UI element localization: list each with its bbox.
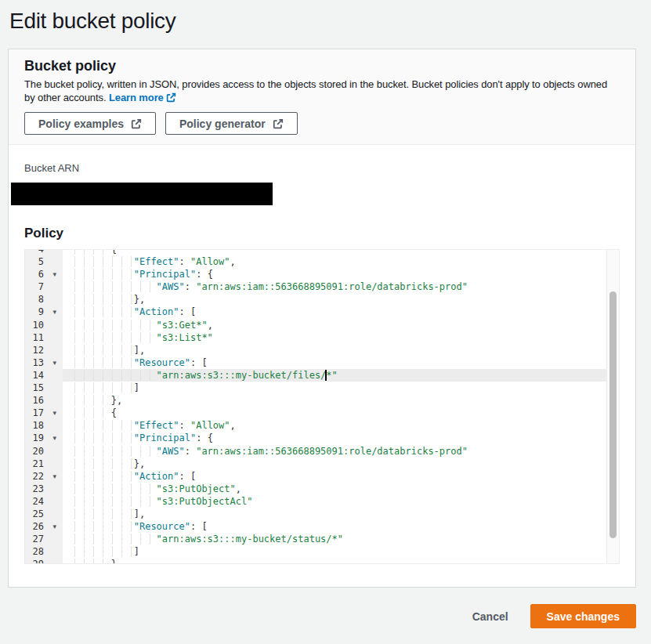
code-line-text: ] [63,545,619,558]
code-line-text: "s3:PutObjectAcl" [63,495,619,508]
line-number[interactable]: 17▾ [25,407,63,419]
editor-line[interactable]: 22▾ "Action": [ [25,470,619,483]
code-line-text: "Principal": { [63,432,619,444]
code-line-text: ], [63,508,619,520]
editor-line[interactable]: 13▾ "Resource": [ [25,356,619,369]
editor-line[interactable]: 20 "AWS": "arn:aws:iam::563668895091:rol… [25,445,619,458]
policy-code-editor[interactable]: 4 {5 "Effect": "Allow",6▾ "Principal": {… [24,249,620,564]
editor-line[interactable]: 11 "s3:List*" [25,331,619,344]
line-number[interactable]: 13▾ [25,356,63,369]
external-link-icon [166,92,176,103]
editor-line[interactable]: 8 }, [25,293,619,306]
code-line-text: "Effect": "Allow", [63,255,619,268]
code-line-text: "AWS": "arn:aws:iam::563668895091:role/d… [63,445,619,458]
panel-header: Bucket policy The bucket policy, written… [9,49,635,145]
code-line-text: "Resource": [ [63,520,619,533]
editor-line[interactable]: 23 "s3:PutObject", [25,483,619,495]
line-number[interactable]: 25 [25,508,63,520]
line-number[interactable]: 14 [25,369,63,382]
line-number[interactable]: 10 [25,319,63,331]
save-changes-button[interactable]: Save changes [530,604,636,628]
editor-line[interactable]: 6▾ "Principal": { [25,268,619,280]
editor-line[interactable]: 9▾ "Action": [ [25,306,619,318]
cancel-button[interactable]: Cancel [471,606,510,628]
line-number[interactable]: 9▾ [25,306,63,318]
code-line-text: "Resource": [ [63,356,619,369]
line-number[interactable]: 21 [25,458,63,470]
editor-line[interactable]: 4 { [25,249,619,255]
fold-arrow-icon[interactable]: ▾ [52,306,56,318]
form-actions: Cancel Save changes [0,604,636,628]
code-line-text: "Action": [ [63,306,619,318]
editor-line[interactable]: 14 "arn:aws:s3:::my-bucket/files/*" [25,369,619,382]
line-number[interactable]: 24 [25,495,63,508]
line-number[interactable]: 11 [25,331,63,344]
fold-arrow-icon[interactable]: ▾ [52,470,56,483]
line-number[interactable]: 15 [25,382,63,394]
editor-line[interactable]: 26▾ "Resource": [ [25,520,619,533]
code-line-text: "s3:PutObject", [63,483,619,495]
line-number[interactable]: 16 [25,394,63,407]
bucket-arn-redacted-value [11,183,273,205]
editor-content: 4 {5 "Effect": "Allow",6▾ "Principal": {… [25,249,619,564]
editor-line[interactable]: 5 "Effect": "Allow", [25,255,619,268]
line-number[interactable]: 29 [25,558,63,564]
learn-more-link[interactable]: Learn more [109,92,176,103]
editor-line[interactable]: 7 "AWS": "arn:aws:iam::563668895091:role… [25,280,619,293]
code-line-text: "Action": [ [63,470,619,483]
external-link-icon [131,118,142,129]
code-line-text: "s3:Get*", [63,319,619,331]
line-number[interactable]: 27 [25,533,63,545]
policy-label: Policy [24,226,620,241]
line-number[interactable]: 6▾ [25,268,63,280]
code-line-text: }, [63,558,619,564]
editor-scrollbar-thumb[interactable] [609,291,617,538]
code-line-text: "arn:aws:s3:::my-bucket/status/*" [63,533,619,545]
code-line-text: }, [63,293,619,306]
editor-line[interactable]: 12 ], [25,344,619,356]
line-number[interactable]: 23 [25,483,63,495]
line-number[interactable]: 22▾ [25,470,63,483]
editor-line[interactable]: 15 ] [25,382,619,394]
code-line-text: ], [63,344,619,356]
code-line-text: }, [63,458,619,470]
line-number[interactable]: 20 [25,445,63,458]
bucket-arn-label: Bucket ARN [24,162,620,174]
editor-line[interactable]: 16 }, [25,394,619,407]
editor-line[interactable]: 19▾ "Principal": { [25,432,619,444]
editor-line[interactable]: 10 "s3:Get*", [25,319,619,331]
policy-generator-button[interactable]: Policy generator [165,112,298,135]
code-line-text: { [63,407,619,419]
fold-arrow-icon[interactable]: ▾ [52,268,56,280]
editor-line[interactable]: 21 }, [25,458,619,470]
line-number[interactable]: 19▾ [25,432,63,444]
fold-arrow-icon[interactable]: ▾ [52,520,56,533]
code-line-text: "arn:aws:s3:::my-bucket/files/*" [63,369,619,382]
editor-line[interactable]: 18 "Effect": "Allow", [25,419,619,432]
line-number[interactable]: 4 [25,249,63,255]
fold-arrow-icon[interactable]: ▾ [52,407,56,419]
line-number[interactable]: 5 [25,255,63,268]
editor-line[interactable]: 28 ] [25,545,619,558]
editor-scrollbar-track[interactable] [606,250,619,563]
fold-arrow-icon[interactable]: ▾ [52,356,56,369]
fold-arrow-icon[interactable]: ▾ [52,432,56,444]
line-number[interactable]: 12 [25,344,63,356]
line-number[interactable]: 26▾ [25,520,63,533]
editor-line[interactable]: 25 ], [25,508,619,520]
code-line-text: { [63,249,619,255]
editor-line[interactable]: 24 "s3:PutObjectAcl" [25,495,619,508]
policy-examples-button[interactable]: Policy examples [24,112,156,135]
line-number[interactable]: 8 [25,293,63,306]
line-number[interactable]: 18 [25,419,63,432]
line-number[interactable]: 28 [25,545,63,558]
editor-line[interactable]: 17▾ { [25,407,619,419]
editor-line[interactable]: 27 "arn:aws:s3:::my-bucket/status/*" [25,533,619,545]
panel-header-buttons: Policy examples Policy generator [24,112,620,135]
code-line-text: ] [63,382,619,394]
editor-line[interactable]: 29 }, [25,558,619,564]
line-number[interactable]: 7 [25,280,63,293]
code-line-text: "Principal": { [63,268,619,280]
panel-title: Bucket policy [24,58,620,74]
code-line-text: "AWS": "arn:aws:iam::563668895091:role/d… [63,280,619,293]
